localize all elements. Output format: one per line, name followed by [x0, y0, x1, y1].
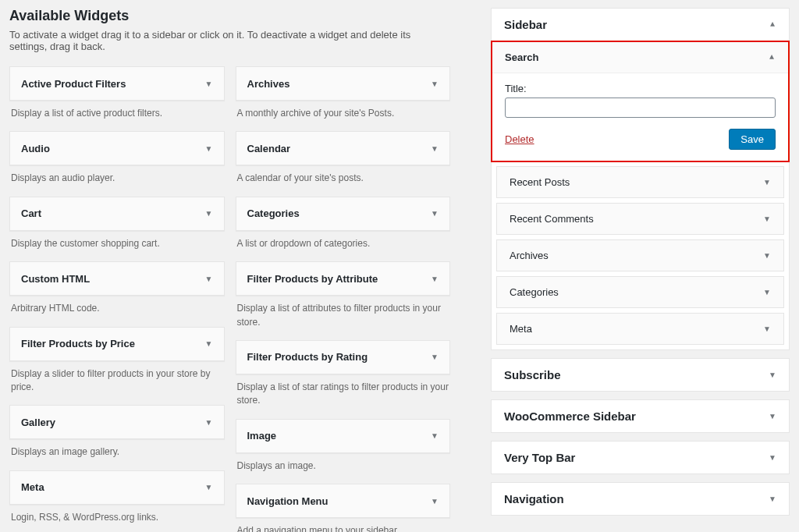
widget-description: A monthly archive of your site's Posts. [236, 101, 451, 131]
chevron-down-icon: ▼ [205, 275, 213, 283]
widget-label: Gallery [21, 417, 55, 428]
sidebar-area-header[interactable]: Very Top Bar▼ [492, 442, 789, 473]
widget-label: Archives [510, 250, 549, 261]
available-widget[interactable]: Categories▼ [236, 197, 451, 231]
available-widget[interactable]: Navigation Menu▼ [236, 484, 451, 518]
chevron-down-icon: ▼ [763, 288, 771, 296]
chevron-down-icon: ▼ [769, 495, 776, 503]
widget-description: Displays an image. [236, 453, 451, 484]
sidebar-area-title: Sidebar [504, 18, 547, 31]
available-widget[interactable]: Filter Products by Rating▼ [236, 340, 451, 374]
widget-description: Display a list of active product filters… [9, 101, 225, 131]
chevron-down-icon: ▼ [431, 353, 439, 361]
widget-description: A calendar of your site's posts. [236, 165, 451, 196]
chevron-down-icon: ▼ [431, 431, 439, 440]
sidebar-area: Very Top Bar▼ [491, 441, 790, 474]
chevron-up-icon: ▼ [768, 53, 776, 62]
widget-description: Display the customer shopping cart. [9, 231, 225, 261]
available-widget[interactable]: Image▼ [236, 419, 451, 453]
available-widget[interactable]: Filter Products by Price▼ [9, 327, 225, 361]
widget-label: Image [247, 430, 277, 442]
chevron-down-icon: ▼ [431, 275, 439, 283]
available-widget[interactable]: Active Product Filters▼ [9, 66, 225, 101]
sidebar-widget-collapsed[interactable]: Meta▼ [496, 313, 784, 345]
widget-description: Arbitrary HTML code. [9, 296, 225, 326]
widget-description: Login, RSS, & WordPress.org links. [9, 505, 225, 532]
chevron-down-icon: ▼ [205, 418, 213, 427]
sidebar-area-title: Navigation [504, 492, 564, 505]
chevron-down-icon: ▼ [769, 412, 776, 420]
available-widget[interactable]: Archives▼ [236, 66, 451, 101]
widget-label: Archives [247, 78, 290, 90]
chevron-down-icon: ▼ [205, 483, 213, 491]
widget-label: Cart [21, 207, 41, 219]
widget-label: Filter Products by Price [21, 338, 135, 349]
chevron-down-icon: ▼ [431, 144, 439, 153]
widget-label: Audio [21, 143, 50, 154]
widget-label: Categories [247, 207, 300, 219]
chevron-down-icon: ▼ [205, 339, 213, 348]
available-widget[interactable]: Cart▼ [9, 197, 225, 231]
sidebar-area-title: Subscribe [504, 368, 561, 381]
page-subtitle: To activate a widget drag it to a sideba… [9, 29, 450, 52]
sidebar-area-sidebar: Sidebar ▼ Search ▼ Title: Delet [491, 8, 790, 350]
widget-description: Displays an audio player. [9, 165, 225, 196]
available-widget[interactable]: Audio▼ [9, 131, 225, 165]
widget-label: Navigation Menu [247, 495, 328, 507]
save-button[interactable]: Save [729, 129, 776, 150]
page-title: Available Widgets [9, 8, 450, 24]
sidebar-area: Subscribe▼ [491, 358, 790, 392]
widget-search-label: Search [505, 51, 538, 63]
chevron-down-icon: ▼ [205, 80, 213, 88]
widget-description: Add a navigation menu to your sidebar. [236, 518, 451, 532]
chevron-down-icon: ▼ [431, 209, 439, 218]
widget-label: Custom HTML [21, 273, 90, 285]
chevron-down-icon: ▼ [205, 144, 213, 153]
sidebar-widget-collapsed[interactable]: Categories▼ [496, 276, 784, 308]
widget-search-header[interactable]: Search ▼ [492, 42, 788, 73]
chevron-up-icon: ▼ [769, 20, 776, 29]
sidebar-area-header[interactable]: Sidebar ▼ [492, 9, 789, 41]
available-widget[interactable]: Filter Products by Attribute▼ [236, 261, 451, 296]
widget-label: Meta [21, 481, 44, 493]
sidebar-area-header[interactable]: WooCommerce Sidebar▼ [492, 400, 789, 432]
chevron-down-icon: ▼ [763, 215, 771, 223]
widget-description: Display a slider to filter products in y… [9, 361, 225, 406]
widget-label: Calendar [247, 143, 291, 154]
title-input[interactable] [505, 98, 776, 118]
available-widgets-panel: Available Widgets To activate a widget d… [9, 8, 450, 532]
chevron-down-icon: ▼ [769, 453, 776, 462]
sidebar-area-title: Very Top Bar [504, 451, 575, 464]
sidebar-area: WooCommerce Sidebar▼ [491, 399, 790, 433]
sidebar-widget-collapsed[interactable]: Recent Comments▼ [496, 203, 784, 235]
chevron-down-icon: ▼ [763, 325, 771, 333]
widget-label: Categories [510, 286, 559, 298]
widget-label: Meta [510, 323, 532, 335]
sidebar-area-title: WooCommerce Sidebar [504, 410, 636, 423]
sidebar-widget-collapsed[interactable]: Recent Posts▼ [496, 166, 784, 198]
chevron-down-icon: ▼ [763, 251, 771, 260]
delete-link[interactable]: Delete [505, 133, 534, 145]
sidebar-widget-collapsed[interactable]: Archives▼ [496, 239, 784, 271]
chevron-down-icon: ▼ [431, 80, 439, 88]
chevron-down-icon: ▼ [763, 178, 771, 186]
sidebar-area-header[interactable]: Navigation▼ [492, 483, 789, 515]
widget-description: Display a list of attributes to filter p… [236, 296, 451, 340]
widget-description: A list or dropdown of categories. [236, 231, 451, 261]
available-widget[interactable]: Custom HTML▼ [9, 261, 225, 296]
widget-search: Search ▼ Title: Delete Save [492, 42, 788, 161]
search-widget-highlight: Search ▼ Title: Delete Save [491, 41, 790, 162]
title-field-label: Title: [505, 83, 776, 94]
widget-label: Filter Products by Attribute [247, 273, 378, 285]
sidebar-area-header[interactable]: Subscribe▼ [492, 359, 789, 391]
widget-description: Displays an image gallery. [9, 439, 225, 470]
chevron-down-icon: ▼ [431, 497, 439, 505]
available-widget[interactable]: Gallery▼ [9, 405, 225, 439]
widget-label: Filter Products by Rating [247, 351, 368, 363]
available-widget[interactable]: Meta▼ [9, 470, 225, 505]
widget-label: Active Product Filters [21, 78, 126, 90]
chevron-down-icon: ▼ [205, 209, 213, 218]
chevron-down-icon: ▼ [769, 371, 776, 379]
widget-label: Recent Comments [510, 213, 594, 225]
available-widget[interactable]: Calendar▼ [236, 131, 451, 165]
